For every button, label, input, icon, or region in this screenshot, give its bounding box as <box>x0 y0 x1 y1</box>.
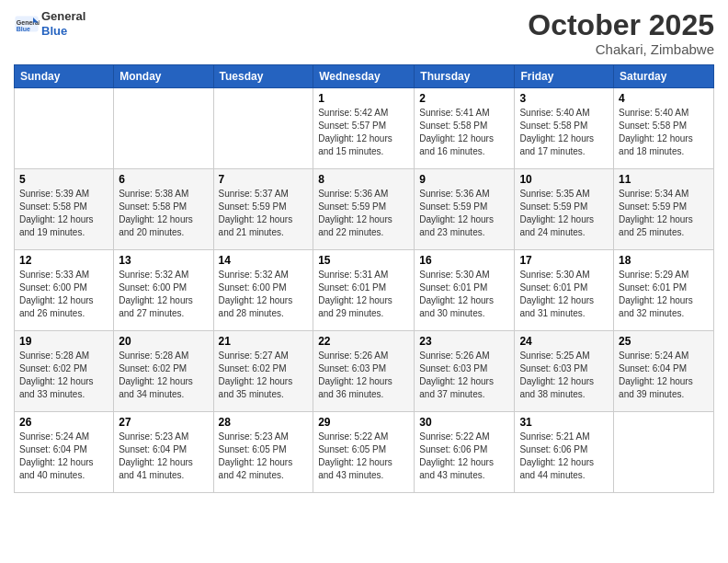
calendar-cell <box>114 88 213 169</box>
day-info: Sunrise: 5:23 AMSunset: 6:05 PMDaylight:… <box>219 431 309 482</box>
calendar-cell: 25Sunrise: 5:24 AMSunset: 6:04 PMDayligh… <box>614 331 714 412</box>
day-info: Sunrise: 5:35 AMSunset: 5:59 PMDaylight:… <box>519 188 609 239</box>
calendar-week-4: 19Sunrise: 5:28 AMSunset: 6:02 PMDayligh… <box>15 331 714 412</box>
day-number: 16 <box>419 254 509 267</box>
day-number: 18 <box>619 254 709 267</box>
logo-icon: General Blue <box>14 11 40 37</box>
day-info: Sunrise: 5:27 AMSunset: 6:02 PMDaylight:… <box>219 350 309 401</box>
day-info: Sunrise: 5:31 AMSunset: 6:01 PMDaylight:… <box>318 269 409 320</box>
calendar-cell: 29Sunrise: 5:22 AMSunset: 6:05 PMDayligh… <box>313 412 415 493</box>
calendar-table: Sunday Monday Tuesday Wednesday Thursday… <box>14 64 714 493</box>
header: General Blue General Blue October 2025 C… <box>14 9 714 57</box>
svg-text:Blue: Blue <box>17 26 30 32</box>
day-number: 11 <box>619 173 709 186</box>
day-number: 21 <box>219 335 309 348</box>
day-info: Sunrise: 5:36 AMSunset: 5:59 PMDaylight:… <box>318 188 409 239</box>
day-info: Sunrise: 5:39 AMSunset: 5:58 PMDaylight:… <box>19 188 108 239</box>
col-saturday: Saturday <box>614 65 714 88</box>
day-info: Sunrise: 5:22 AMSunset: 6:06 PMDaylight:… <box>419 431 509 482</box>
location-subtitle: Chakari, Zimbabwe <box>528 41 714 57</box>
calendar-cell: 27Sunrise: 5:23 AMSunset: 6:04 PMDayligh… <box>114 412 213 493</box>
day-info: Sunrise: 5:41 AMSunset: 5:58 PMDaylight:… <box>419 107 509 158</box>
day-info: Sunrise: 5:25 AMSunset: 6:03 PMDaylight:… <box>519 350 609 401</box>
day-number: 3 <box>519 92 609 105</box>
day-info: Sunrise: 5:32 AMSunset: 6:00 PMDaylight:… <box>119 269 208 320</box>
calendar-cell: 17Sunrise: 5:30 AMSunset: 6:01 PMDayligh… <box>515 250 614 331</box>
day-info: Sunrise: 5:21 AMSunset: 6:06 PMDaylight:… <box>519 431 609 482</box>
day-number: 5 <box>19 173 108 186</box>
col-tuesday: Tuesday <box>213 65 313 88</box>
calendar-cell: 12Sunrise: 5:33 AMSunset: 6:00 PMDayligh… <box>15 250 114 331</box>
day-number: 8 <box>318 173 409 186</box>
day-number: 15 <box>318 254 409 267</box>
calendar-cell: 15Sunrise: 5:31 AMSunset: 6:01 PMDayligh… <box>313 250 415 331</box>
day-number: 12 <box>19 254 108 267</box>
col-wednesday: Wednesday <box>313 65 415 88</box>
calendar-cell <box>614 412 714 493</box>
calendar-cell: 21Sunrise: 5:27 AMSunset: 6:02 PMDayligh… <box>213 331 313 412</box>
day-info: Sunrise: 5:33 AMSunset: 6:00 PMDaylight:… <box>19 269 108 320</box>
calendar-week-1: 1Sunrise: 5:42 AMSunset: 5:57 PMDaylight… <box>15 88 714 169</box>
calendar-cell: 18Sunrise: 5:29 AMSunset: 6:01 PMDayligh… <box>614 250 714 331</box>
day-number: 4 <box>619 92 709 105</box>
title-section: October 2025 Chakari, Zimbabwe <box>528 9 714 57</box>
day-info: Sunrise: 5:24 AMSunset: 6:04 PMDaylight:… <box>19 431 108 482</box>
day-number: 23 <box>419 335 509 348</box>
col-thursday: Thursday <box>415 65 515 88</box>
day-info: Sunrise: 5:22 AMSunset: 6:05 PMDaylight:… <box>318 431 409 482</box>
day-number: 13 <box>119 254 208 267</box>
calendar-cell: 14Sunrise: 5:32 AMSunset: 6:00 PMDayligh… <box>213 250 313 331</box>
logo-blue: Blue <box>41 24 67 38</box>
calendar-cell: 20Sunrise: 5:28 AMSunset: 6:02 PMDayligh… <box>114 331 213 412</box>
day-number: 29 <box>318 416 409 429</box>
day-info: Sunrise: 5:34 AMSunset: 5:59 PMDaylight:… <box>619 188 709 239</box>
calendar-cell: 10Sunrise: 5:35 AMSunset: 5:59 PMDayligh… <box>515 169 614 250</box>
calendar-cell: 23Sunrise: 5:26 AMSunset: 6:03 PMDayligh… <box>415 331 515 412</box>
day-info: Sunrise: 5:36 AMSunset: 5:59 PMDaylight:… <box>419 188 509 239</box>
page-container: General Blue General Blue October 2025 C… <box>0 0 728 498</box>
day-info: Sunrise: 5:30 AMSunset: 6:01 PMDaylight:… <box>519 269 609 320</box>
day-number: 31 <box>519 416 609 429</box>
col-monday: Monday <box>114 65 213 88</box>
logo: General Blue General Blue <box>14 9 85 38</box>
day-number: 25 <box>619 335 709 348</box>
day-number: 10 <box>519 173 609 186</box>
day-info: Sunrise: 5:26 AMSunset: 6:03 PMDaylight:… <box>419 350 509 401</box>
day-number: 24 <box>519 335 609 348</box>
day-info: Sunrise: 5:30 AMSunset: 6:01 PMDaylight:… <box>419 269 509 320</box>
calendar-cell: 8Sunrise: 5:36 AMSunset: 5:59 PMDaylight… <box>313 169 415 250</box>
day-info: Sunrise: 5:29 AMSunset: 6:01 PMDaylight:… <box>619 269 709 320</box>
calendar-cell: 19Sunrise: 5:28 AMSunset: 6:02 PMDayligh… <box>15 331 114 412</box>
calendar-cell: 26Sunrise: 5:24 AMSunset: 6:04 PMDayligh… <box>15 412 114 493</box>
day-info: Sunrise: 5:42 AMSunset: 5:57 PMDaylight:… <box>318 107 409 158</box>
calendar-cell: 24Sunrise: 5:25 AMSunset: 6:03 PMDayligh… <box>515 331 614 412</box>
day-info: Sunrise: 5:28 AMSunset: 6:02 PMDaylight:… <box>119 350 208 401</box>
calendar-week-2: 5Sunrise: 5:39 AMSunset: 5:58 PMDaylight… <box>15 169 714 250</box>
day-info: Sunrise: 5:23 AMSunset: 6:04 PMDaylight:… <box>119 431 208 482</box>
day-number: 9 <box>419 173 509 186</box>
day-number: 1 <box>318 92 409 105</box>
calendar-cell: 6Sunrise: 5:38 AMSunset: 5:58 PMDaylight… <box>114 169 213 250</box>
day-number: 2 <box>419 92 509 105</box>
day-number: 27 <box>119 416 208 429</box>
calendar-cell: 31Sunrise: 5:21 AMSunset: 6:06 PMDayligh… <box>515 412 614 493</box>
day-info: Sunrise: 5:40 AMSunset: 5:58 PMDaylight:… <box>519 107 609 158</box>
day-number: 20 <box>119 335 208 348</box>
calendar-cell: 30Sunrise: 5:22 AMSunset: 6:06 PMDayligh… <box>415 412 515 493</box>
day-info: Sunrise: 5:26 AMSunset: 6:03 PMDaylight:… <box>318 350 409 401</box>
day-info: Sunrise: 5:24 AMSunset: 6:04 PMDaylight:… <box>619 350 709 401</box>
calendar-header-row: Sunday Monday Tuesday Wednesday Thursday… <box>15 65 714 88</box>
calendar-cell: 28Sunrise: 5:23 AMSunset: 6:05 PMDayligh… <box>213 412 313 493</box>
calendar-cell: 16Sunrise: 5:30 AMSunset: 6:01 PMDayligh… <box>415 250 515 331</box>
calendar-cell: 22Sunrise: 5:26 AMSunset: 6:03 PMDayligh… <box>313 331 415 412</box>
calendar-cell: 7Sunrise: 5:37 AMSunset: 5:59 PMDaylight… <box>213 169 313 250</box>
calendar-cell: 2Sunrise: 5:41 AMSunset: 5:58 PMDaylight… <box>415 88 515 169</box>
calendar-cell: 5Sunrise: 5:39 AMSunset: 5:58 PMDaylight… <box>15 169 114 250</box>
col-friday: Friday <box>515 65 614 88</box>
calendar-cell: 13Sunrise: 5:32 AMSunset: 6:00 PMDayligh… <box>114 250 213 331</box>
day-info: Sunrise: 5:38 AMSunset: 5:58 PMDaylight:… <box>119 188 208 239</box>
day-number: 30 <box>419 416 509 429</box>
calendar-week-5: 26Sunrise: 5:24 AMSunset: 6:04 PMDayligh… <box>15 412 714 493</box>
calendar-cell: 9Sunrise: 5:36 AMSunset: 5:59 PMDaylight… <box>415 169 515 250</box>
day-number: 14 <box>219 254 309 267</box>
